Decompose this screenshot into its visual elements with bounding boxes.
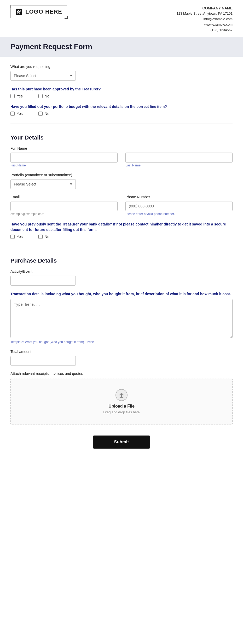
upload-title: Upload a File <box>16 404 227 409</box>
first-name-input[interactable] <box>10 153 118 163</box>
logo-text: LOGO HERE <box>25 8 62 15</box>
approved-no-checkbox[interactable] <box>38 94 43 98</box>
approved-no-option[interactable]: No <box>38 94 49 98</box>
budget-no-checkbox[interactable] <box>38 112 43 116</box>
email-input[interactable] <box>10 201 118 211</box>
phone-field: Phone Number Please enter a valid phone … <box>125 195 233 216</box>
upload-icon <box>115 389 128 401</box>
company-info: COMPANY NAME 123 Maple Street Anytown, P… <box>177 5 233 33</box>
email-phone-group: Email example@example.com Phone Number P… <box>10 195 233 216</box>
company-phone: (123) 1234567 <box>177 27 233 33</box>
first-name-sublabel: First Name <box>10 164 118 167</box>
portfolio-field-group: Portfolio (committee or subcommittee) Pl… <box>10 173 233 189</box>
last-name-field: Last Name <box>125 153 233 167</box>
portfolio-committee-label: Portfolio (committee or subcommittee) <box>10 173 233 177</box>
portfolio-budget-checkbox-group: Yes No <box>10 112 233 116</box>
page-title: Payment Request Form <box>10 43 233 51</box>
budget-yes-checkbox[interactable] <box>10 112 15 116</box>
requesting-select[interactable]: Please Select Reimbursement Direct Payme… <box>10 71 76 81</box>
requesting-section: What are you requesting Please Select Re… <box>10 65 233 81</box>
email-field: Email example@example.com <box>10 195 118 216</box>
bank-yes-option[interactable]: Yes <box>10 235 23 239</box>
your-details-title: Your Details <box>10 132 233 141</box>
approved-yes-option[interactable]: Yes <box>10 94 23 98</box>
phone-input[interactable] <box>125 201 233 211</box>
budget-yes-label: Yes <box>17 112 23 116</box>
portfolio-budget-label: Have you filled out your portfolio budge… <box>10 104 233 109</box>
bank-yes-label: Yes <box>17 235 23 239</box>
upload-group: Attach relevant receipts, invoices and q… <box>10 372 233 425</box>
divider-1 <box>10 124 233 124</box>
bank-details-group: Have you previously sent the Treasurer y… <box>10 222 233 239</box>
first-name-field: First Name <box>10 153 118 167</box>
header: LOGO HERE COMPANY NAME 123 Maple Street … <box>0 0 243 37</box>
logo-icon <box>15 8 23 15</box>
company-website: www.example.com <box>177 22 233 27</box>
last-name-sublabel: Last Name <box>125 164 233 167</box>
email-phone-row: Email example@example.com Phone Number P… <box>10 195 233 216</box>
bank-details-label: Have you previously sent the Treasurer y… <box>10 222 233 233</box>
logo-area: LOGO HERE <box>10 5 67 18</box>
approved-section: Has this purchase been approved by the T… <box>10 86 233 98</box>
full-name-label: Full Name <box>10 146 233 150</box>
approved-no-label: No <box>45 94 49 98</box>
bank-no-checkbox[interactable] <box>38 235 43 239</box>
email-hint: example@example.com <box>10 212 118 216</box>
phone-hint: Please enter a valid phone number. <box>125 212 233 216</box>
upload-area[interactable]: Upload a File Drag and drop files here <box>10 378 233 425</box>
portfolio-budget-section: Have you filled out your portfolio budge… <box>10 104 233 116</box>
transaction-group: Transaction details including what you b… <box>10 291 233 344</box>
company-name: COMPANY NAME <box>177 5 233 11</box>
transaction-label: Transaction details including what you b… <box>10 291 233 297</box>
requesting-label: What are you requesting <box>10 65 233 69</box>
requesting-select-wrapper: Please Select Reimbursement Direct Payme… <box>10 71 76 81</box>
portfolio-select[interactable]: Please Select Finance Events Marketing O… <box>10 179 76 189</box>
total-amount-group: Total amount <box>10 350 233 366</box>
budget-yes-option[interactable]: Yes <box>10 112 23 116</box>
upload-subtitle: Drag and drop files here <box>16 410 227 414</box>
name-row: First Name Last Name <box>10 153 233 167</box>
purchase-details-title: Purchase Details <box>10 255 233 264</box>
your-details-section: Your Details Full Name First Name Last N… <box>10 132 233 239</box>
activity-label: Activity/Event <box>10 269 233 274</box>
budget-no-option[interactable]: No <box>38 112 49 116</box>
transaction-textarea[interactable] <box>10 299 233 338</box>
activity-input[interactable] <box>10 276 76 286</box>
approved-label: Has this purchase been approved by the T… <box>10 86 233 92</box>
form-body: What are you requesting Please Select Re… <box>0 57 243 469</box>
full-name-group: Full Name First Name Last Name <box>10 146 233 167</box>
total-amount-label: Total amount <box>10 350 233 354</box>
approved-checkbox-group: Yes No <box>10 94 233 98</box>
divider-2 <box>10 247 233 247</box>
transaction-hint: Template: What you bought (Who you bough… <box>10 340 233 344</box>
company-email: info@example.com <box>177 16 233 22</box>
approved-yes-checkbox[interactable] <box>10 94 15 98</box>
bank-no-option[interactable]: No <box>38 235 49 239</box>
budget-no-label: No <box>45 112 49 116</box>
submit-area: Submit <box>10 436 233 459</box>
purchase-details-section: Purchase Details Activity/Event Transact… <box>10 255 233 425</box>
bank-no-label: No <box>45 235 49 239</box>
last-name-input[interactable] <box>125 153 233 163</box>
total-amount-input[interactable] <box>10 356 76 366</box>
submit-button[interactable]: Submit <box>93 436 150 449</box>
phone-label: Phone Number <box>125 195 233 199</box>
company-address: 123 Maple Street Anytown, PA 17101 <box>177 11 233 16</box>
approved-yes-label: Yes <box>17 94 23 98</box>
email-label: Email <box>10 195 118 199</box>
bank-checkbox-group: Yes No <box>10 235 233 239</box>
page-title-banner: Payment Request Form <box>0 37 243 57</box>
bank-yes-checkbox[interactable] <box>10 235 15 239</box>
activity-group: Activity/Event <box>10 269 233 286</box>
portfolio-select-wrapper: Please Select Finance Events Marketing O… <box>10 179 76 189</box>
receipts-label: Attach relevant receipts, invoices and q… <box>10 372 233 376</box>
